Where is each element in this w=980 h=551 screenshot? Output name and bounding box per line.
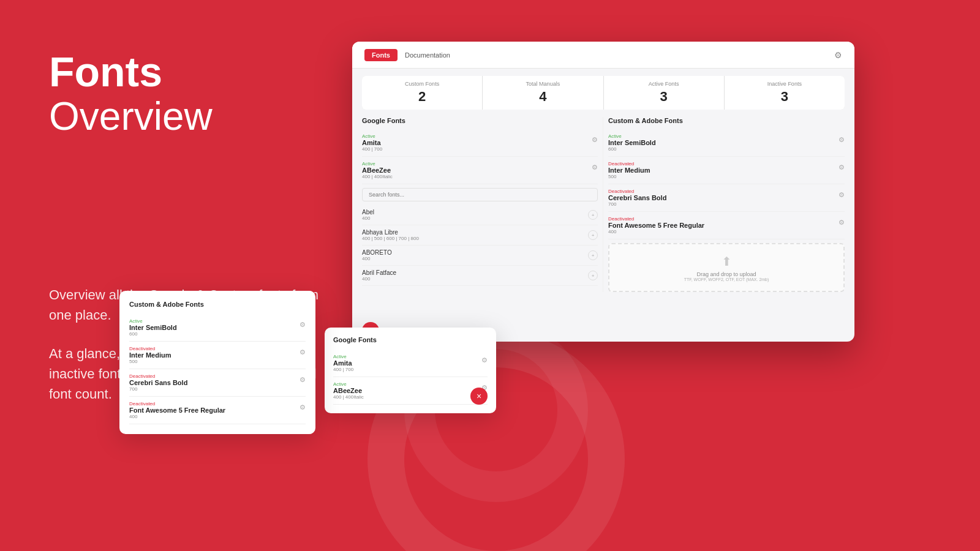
font-amita-gear-icon[interactable]: ⚙ xyxy=(592,136,598,144)
tab-documentation[interactable]: Documentation xyxy=(405,51,450,59)
font-cerebri-name: Cerebri Sans Bold xyxy=(608,194,666,201)
stat-total-manuals: Total Manuals 4 xyxy=(483,76,603,110)
fp1-font-2-weights: 700 xyxy=(129,386,187,392)
font-inter-semibold-name: Inter SemiBold xyxy=(608,139,656,146)
fp1-font-2-gear-icon[interactable]: ⚙ xyxy=(300,376,306,384)
fp2-font-0-weights: 400 | 700 xyxy=(333,367,353,372)
stats-row: Custom Fonts 2 Total Manuals 4 Active Fo… xyxy=(362,76,845,110)
fp1-font-fontawesome: Deactivated Font Awesome 5 Free Regular … xyxy=(129,397,306,424)
font-abhaya-add-icon[interactable]: + xyxy=(588,230,598,240)
font-abril-name: Abril Fatface xyxy=(362,269,396,276)
add-font-button[interactable]: × xyxy=(470,388,488,405)
fp1-font-0-name: Inter SemiBold xyxy=(129,324,177,331)
fp2-font-0-gear-icon[interactable]: ⚙ xyxy=(481,356,488,364)
fp2-font-amita: Active Amita 400 | 700 ⚙ xyxy=(333,350,488,377)
font-item-abeezee: Active ABeeZee 400 | 400Italic ⚙ xyxy=(362,157,598,184)
font-inter-semibold-weights: 600 xyxy=(608,146,656,152)
font-abeezee-name: ABeeZee xyxy=(362,167,393,174)
font-fontawesome-name: Font Awesome 5 Free Regular xyxy=(608,222,704,229)
google-fonts-title: Google Fonts xyxy=(362,117,598,124)
font-aboreto-weights: 400 xyxy=(362,256,392,261)
stat-inactive-fonts: Inactive Fonts 3 xyxy=(725,76,845,110)
page-title-bold: Fonts xyxy=(49,49,331,95)
upload-area[interactable]: ⬆ Drag and drop to upload TTF, WOFF, WOF… xyxy=(608,243,845,292)
fp2-title: Google Fonts xyxy=(333,336,488,343)
font-cerebri-weights: 700 xyxy=(608,201,666,207)
font-cerebri-gear-icon[interactable]: ⚙ xyxy=(839,191,845,199)
search-input[interactable] xyxy=(362,188,598,201)
font-amita-status: Active xyxy=(362,133,382,139)
fp1-title: Custom & Adobe Fonts xyxy=(129,301,306,308)
main-app-screenshot: Fonts Documentation ⚙ Custom Fonts 2 Tot… xyxy=(352,42,854,342)
fp1-font-inter-medium: Deactivated Inter Medium 500 ⚙ xyxy=(129,342,306,369)
font-inter-medium-gear-icon[interactable]: ⚙ xyxy=(839,163,845,171)
font-abel-weights: 400 xyxy=(362,216,374,221)
font-item-inter-medium: Deactivated Inter Medium 500 ⚙ xyxy=(608,157,845,184)
stat-active-fonts: Active Fonts 3 xyxy=(604,76,724,110)
font-abel-add-icon[interactable]: + xyxy=(588,210,598,220)
fp2-font-1-weights: 400 | 400Italic xyxy=(333,394,364,400)
font-inter-semibold-gear-icon[interactable]: ⚙ xyxy=(839,136,845,144)
font-abril-add-icon[interactable]: + xyxy=(588,271,598,280)
font-cerebri-status: Deactivated xyxy=(608,189,666,194)
font-fontawesome-gear-icon[interactable]: ⚙ xyxy=(839,219,845,227)
fp2-font-0-status: Active xyxy=(333,354,353,359)
font-abhaya-weights: 400 | 500 | 600 | 700 | 800 xyxy=(362,236,419,241)
app-header: Fonts Documentation ⚙ xyxy=(352,42,854,69)
floating-panel-custom-adobe: Custom & Adobe Fonts Active Inter SemiBo… xyxy=(119,291,315,434)
font-inter-semibold-status: Active xyxy=(608,133,656,139)
font-item-cerebri: Deactivated Cerebri Sans Bold 700 ⚙ xyxy=(608,184,845,212)
fp1-font-3-status: Deactivated xyxy=(129,401,225,407)
stat-custom-fonts: Custom Fonts 2 xyxy=(362,76,482,110)
stat-total-manuals-label: Total Manuals xyxy=(490,81,595,87)
upload-subtext: TTF, WOFF, WOFF2, OTF, EOT (MAX. 2mb) xyxy=(684,277,769,282)
font-list-item-aboreto: ABORETO 400 + xyxy=(362,246,598,266)
custom-adobe-title: Custom & Adobe Fonts xyxy=(608,117,845,124)
fp2-font-1-name: ABeeZee xyxy=(333,387,364,394)
fp1-font-3-weights: 400 xyxy=(129,414,225,419)
fp1-font-3-gear-icon[interactable]: ⚙ xyxy=(300,403,306,411)
fp1-font-2-status: Deactivated xyxy=(129,373,187,379)
font-inter-medium-weights: 500 xyxy=(608,174,650,179)
google-fonts-panel: Google Fonts Active Amita 400 | 700 ⚙ Ac… xyxy=(362,117,603,292)
tab-bar: Fonts Documentation xyxy=(364,49,450,61)
stat-inactive-fonts-label: Inactive Fonts xyxy=(732,81,837,87)
font-aboreto-name: ABORETO xyxy=(362,249,392,256)
font-fontawesome-weights: 400 xyxy=(608,229,704,234)
font-list-item-abhaya: Abhaya Libre 400 | 500 | 600 | 700 | 800… xyxy=(362,225,598,246)
font-aboreto-add-icon[interactable]: + xyxy=(588,250,598,260)
fp1-font-0-weights: 600 xyxy=(129,331,177,337)
font-list-item-abril: Abril Fatface 400 + xyxy=(362,266,598,286)
font-item-fontawesome: Deactivated Font Awesome 5 Free Regular … xyxy=(608,212,845,239)
font-inter-medium-status: Deactivated xyxy=(608,161,650,167)
fp1-font-inter-semibold: Active Inter SemiBold 600 ⚙ xyxy=(129,314,306,342)
fp2-font-abeezee: Active ABeeZee 400 | 400Italic ⚙ xyxy=(333,377,488,405)
fp1-font-1-name: Inter Medium xyxy=(129,351,171,359)
font-amita-name: Amita xyxy=(362,139,382,146)
fp1-font-cerebri: Deactivated Cerebri Sans Bold 700 ⚙ xyxy=(129,369,306,397)
font-abhaya-name: Abhaya Libre xyxy=(362,229,419,236)
tab-fonts[interactable]: Fonts xyxy=(364,49,398,61)
font-fontawesome-status: Deactivated xyxy=(608,216,704,222)
font-abeezee-status: Active xyxy=(362,161,393,167)
content-area: Google Fonts Active Amita 400 | 700 ⚙ Ac… xyxy=(352,117,854,292)
page-title-light: Overview xyxy=(49,95,331,138)
font-amita-weights: 400 | 700 xyxy=(362,146,382,152)
settings-icon[interactable]: ⚙ xyxy=(834,50,842,60)
font-item-amita: Active Amita 400 | 700 ⚙ xyxy=(362,129,598,157)
fp1-font-0-status: Active xyxy=(129,318,177,324)
stat-total-manuals-value: 4 xyxy=(490,89,595,105)
fp1-font-2-name: Cerebri Sans Bold xyxy=(129,379,187,386)
font-item-inter-semibold: Active Inter SemiBold 600 ⚙ xyxy=(608,129,845,157)
stat-custom-fonts-value: 2 xyxy=(369,89,475,105)
stat-active-fonts-value: 3 xyxy=(611,89,717,105)
upload-text: Drag and drop to upload xyxy=(696,271,756,277)
font-abeezee-gear-icon[interactable]: ⚙ xyxy=(592,163,598,171)
font-abril-weights: 400 xyxy=(362,276,396,282)
stat-inactive-fonts-value: 3 xyxy=(732,89,837,105)
font-inter-medium-name: Inter Medium xyxy=(608,167,650,174)
fp2-font-0-name: Amita xyxy=(333,359,353,367)
fp1-font-0-gear-icon[interactable]: ⚙ xyxy=(300,321,306,329)
upload-icon: ⬆ xyxy=(722,254,732,269)
fp1-font-1-gear-icon[interactable]: ⚙ xyxy=(300,348,306,356)
